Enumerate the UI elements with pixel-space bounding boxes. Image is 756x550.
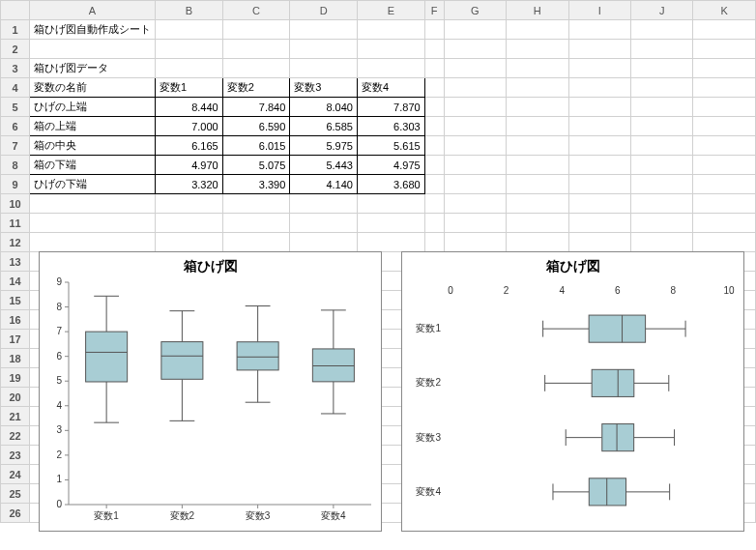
row-header-7[interactable]: 7 [1,136,30,156]
col-header-D[interactable]: D [290,1,358,20]
cell-A5[interactable]: ひげの上端 [30,98,156,117]
cell-A4[interactable]: 変数の名前 [30,78,156,98]
cell-D3[interactable] [290,59,358,78]
chart-boxplot-vertical[interactable]: 箱ひげ図 0123456789変数1変数2変数3変数4 [39,251,382,532]
row-header-10[interactable]: 10 [1,194,30,214]
row-header-6[interactable]: 6 [1,117,30,136]
row-header-20[interactable]: 20 [1,388,30,407]
cell-E9[interactable]: 3.680 [357,175,424,194]
cell-F3[interactable] [424,59,444,78]
row-header-22[interactable]: 22 [1,426,30,446]
cell-E6[interactable]: 6.303 [357,117,424,136]
row-header-8[interactable]: 8 [1,156,30,175]
cell-E12[interactable] [357,233,424,252]
cell-F10[interactable] [424,194,444,214]
cell-F12[interactable] [424,233,444,252]
cell-B9[interactable]: 3.320 [156,175,223,194]
cell-D12[interactable] [290,233,358,252]
col-header-J[interactable]: J [631,1,693,20]
cell-G10[interactable] [444,194,507,214]
cell-H1[interactable] [507,20,568,40]
cell-H12[interactable] [507,233,568,252]
cell-E11[interactable] [357,214,424,233]
cell-B11[interactable] [156,214,223,233]
cell-F11[interactable] [424,214,444,233]
cell-J6[interactable] [631,117,693,136]
cell-I6[interactable] [568,117,630,136]
cell-H3[interactable] [507,59,568,78]
cell-J3[interactable] [631,59,693,78]
cell-J8[interactable] [631,156,693,175]
cell-K7[interactable] [693,136,756,156]
cell-D4[interactable]: 変数3 [290,78,358,98]
cell-G12[interactable] [444,233,507,252]
cell-D8[interactable]: 5.443 [290,156,358,175]
cell-D10[interactable] [290,194,358,214]
cell-I11[interactable] [568,214,630,233]
row-header-21[interactable]: 21 [1,407,30,426]
cell-C1[interactable] [222,20,290,40]
col-header-I[interactable]: I [568,1,630,20]
cell-G8[interactable] [444,156,507,175]
cell-K4[interactable] [693,78,756,98]
chart-boxplot-horizontal[interactable]: 箱ひげ図 0246810変数1変数2変数3変数4 [401,251,744,532]
cell-I8[interactable] [568,156,630,175]
cell-I9[interactable] [568,175,630,194]
cell-J4[interactable] [631,78,693,98]
row-header-15[interactable]: 15 [1,291,30,310]
cell-C8[interactable]: 5.075 [222,156,290,175]
cell-G11[interactable] [444,214,507,233]
corner-header[interactable] [1,1,30,20]
cell-C12[interactable] [222,233,290,252]
cell-F2[interactable] [424,40,444,59]
cell-C11[interactable] [222,214,290,233]
cell-I4[interactable] [568,78,630,98]
cell-A10[interactable] [30,194,156,214]
cell-B1[interactable] [156,20,223,40]
row-header-2[interactable]: 2 [1,40,30,59]
cell-A6[interactable]: 箱の上端 [30,117,156,136]
cell-E3[interactable] [357,59,424,78]
cell-I7[interactable] [568,136,630,156]
cell-H4[interactable] [507,78,568,98]
cell-K3[interactable] [693,59,756,78]
cell-I5[interactable] [568,98,630,117]
row-header-26[interactable]: 26 [1,504,30,523]
cell-J12[interactable] [631,233,693,252]
cell-E7[interactable]: 5.615 [357,136,424,156]
cell-J10[interactable] [631,194,693,214]
cell-K2[interactable] [693,40,756,59]
cell-K5[interactable] [693,98,756,117]
cell-K11[interactable] [693,214,756,233]
cell-B5[interactable]: 8.440 [156,98,223,117]
cell-A7[interactable]: 箱の中央 [30,136,156,156]
cell-H6[interactable] [507,117,568,136]
cell-G6[interactable] [444,117,507,136]
cell-D5[interactable]: 8.040 [290,98,358,117]
cell-H8[interactable] [507,156,568,175]
cell-E8[interactable]: 4.975 [357,156,424,175]
cell-H9[interactable] [507,175,568,194]
cell-F4[interactable] [424,78,444,98]
cell-I2[interactable] [568,40,630,59]
cell-I3[interactable] [568,59,630,78]
cell-C4[interactable]: 変数2 [222,78,290,98]
cell-A8[interactable]: 箱の下端 [30,156,156,175]
col-header-K[interactable]: K [693,1,756,20]
cell-F8[interactable] [424,156,444,175]
cell-F9[interactable] [424,175,444,194]
col-header-C[interactable]: C [222,1,290,20]
cell-F7[interactable] [424,136,444,156]
cell-D2[interactable] [290,40,358,59]
row-header-4[interactable]: 4 [1,78,30,98]
cell-K9[interactable] [693,175,756,194]
cell-F6[interactable] [424,117,444,136]
col-header-B[interactable]: B [156,1,223,20]
col-header-G[interactable]: G [444,1,507,20]
cell-B10[interactable] [156,194,223,214]
row-header-24[interactable]: 24 [1,465,30,484]
cell-K6[interactable] [693,117,756,136]
row-header-14[interactable]: 14 [1,272,30,291]
cell-J9[interactable] [631,175,693,194]
cell-C10[interactable] [222,194,290,214]
